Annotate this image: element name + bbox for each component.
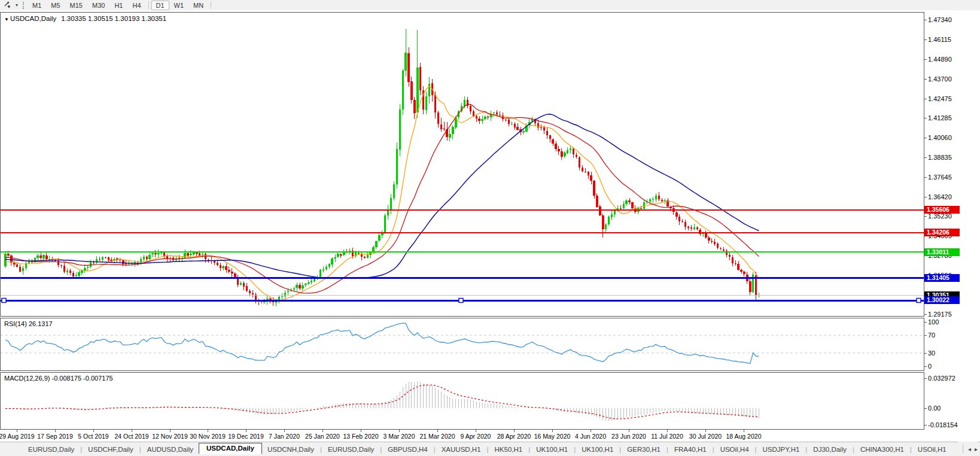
price-axis-label: 1.43700 xyxy=(928,75,952,83)
rsi-canvas[interactable] xyxy=(1,318,924,370)
time-axis-label: 24 Oct 2019 xyxy=(114,433,148,440)
chart-tab-eurusd-daily[interactable]: EURUSD,Daily xyxy=(322,445,379,454)
chart-title: ▼USDCAD,Daily 1.30335 1.30515 1.30193 1.… xyxy=(4,15,166,22)
chart-tab-bar: EURUSD,Daily|USDCHF,Daily|AUDUSD,DailyUS… xyxy=(0,442,980,456)
price-axis-tick xyxy=(924,79,927,80)
tab-scroll-left-icon[interactable]: ◂ xyxy=(968,446,971,452)
price-axis-label: 1.29175 xyxy=(928,311,952,318)
chart-tab-xauusd-h1[interactable]: XAUUSD,H1 xyxy=(436,445,486,454)
time-axis-label: 5 Oct 2019 xyxy=(78,433,108,440)
divider xyxy=(211,1,211,9)
chart-tab-eurusd-daily[interactable]: EURUSD,Daily xyxy=(23,445,80,454)
timeframe-button-d1[interactable]: D1 xyxy=(151,1,169,10)
tab-scroll-right-icon[interactable]: ▸ xyxy=(975,446,978,452)
time-axis-label: 25 Jan 2020 xyxy=(305,433,340,440)
timeframe-button-h4[interactable]: H4 xyxy=(127,1,145,10)
chart-tab-china300-h1[interactable]: CHINA300,H1 xyxy=(855,445,909,454)
chart-tab-usdcnh-daily[interactable]: USDCNH,Daily xyxy=(262,445,319,454)
macd-panel[interactable]: MACD(12,26,9) -0.008175 -0.007175 xyxy=(0,372,924,430)
price-axis-tick xyxy=(924,118,927,118)
chart-tab-usoil-h1[interactable]: USOil,H1 xyxy=(912,445,952,454)
price-axis-label: 1.44890 xyxy=(928,56,952,63)
chevron-down-icon[interactable]: ▾ xyxy=(13,2,20,8)
price-axis-tick xyxy=(924,99,927,99)
macd-scale-tick xyxy=(924,408,927,409)
chart-tab-usdjpy-h1[interactable]: USDJPY,H1 xyxy=(757,445,805,454)
line-handle[interactable] xyxy=(459,299,463,303)
timeframe-button-m1[interactable]: M1 xyxy=(28,1,46,10)
price-badge-1.34206: 1.34206 xyxy=(924,229,960,236)
rsi-scale-tick xyxy=(924,335,927,336)
chart-tab-usoil-h4[interactable]: USOil,H4 xyxy=(715,445,754,454)
price-axis-label: 1.41285 xyxy=(928,114,952,121)
chart-tab-audusd-daily[interactable]: AUDUSD,Daily xyxy=(142,445,199,454)
time-axis[interactable]: 29 Aug 201917 Sep 20195 Oct 201924 Oct 2… xyxy=(0,430,980,442)
time-axis-label: 29 Aug 2019 xyxy=(0,433,34,440)
price-badge-1.30022: 1.30022 xyxy=(924,296,960,304)
timeframe-button-mn[interactable]: MN xyxy=(188,1,208,10)
time-axis-tick xyxy=(437,430,438,432)
timeframe-button-w1[interactable]: W1 xyxy=(169,1,189,10)
ma-line-24 xyxy=(5,104,759,293)
price-axis-tick xyxy=(924,138,927,138)
divider xyxy=(963,445,963,453)
time-axis-tick xyxy=(591,430,591,432)
time-axis-label: 19 Dec 2019 xyxy=(228,433,264,440)
price-axis-tick xyxy=(924,197,927,197)
time-axis-tick xyxy=(322,430,323,432)
rsi-scale-label: 100 xyxy=(928,318,939,326)
chart-tab-ger30-h1[interactable]: GER30,H1 xyxy=(622,445,666,454)
rsi-scale-label: 70 xyxy=(928,332,935,339)
chart-tab-uk100-h1[interactable]: UK100,H1 xyxy=(576,445,619,454)
line-handle[interactable] xyxy=(917,299,921,303)
main-chart-panel[interactable]: ▼USDCAD,Daily 1.30335 1.30515 1.30193 1.… xyxy=(0,12,924,317)
macd-label: MACD(12,26,9) -0.008175 -0.007175 xyxy=(4,375,113,382)
time-axis-label: 23 Jun 2020 xyxy=(611,433,646,440)
price-chart-canvas[interactable] xyxy=(1,13,924,316)
price-badge-1.31405: 1.31405 xyxy=(924,274,960,282)
chart-tab-dj30-daily[interactable]: DJ30,Daily xyxy=(808,445,852,454)
timeframe-button-m5[interactable]: M5 xyxy=(46,1,65,10)
timeframe-button-m30[interactable]: M30 xyxy=(87,1,109,10)
price-axis-label: 1.36420 xyxy=(928,193,952,200)
time-axis-label: 30 Nov 2019 xyxy=(190,433,226,440)
chart-tab-uk100-h1[interactable]: UK100,H1 xyxy=(531,445,573,454)
rsi-panel[interactable]: RSI(14) 26.1317 xyxy=(0,318,924,371)
chart-tab-hk50-h1[interactable]: HK50,H1 xyxy=(489,445,528,454)
chart-tab-usdchf-daily[interactable]: USDCHF,Daily xyxy=(83,445,138,454)
chart-tab-fra40-h1[interactable]: FRA40,H1 xyxy=(669,445,712,454)
macd-canvas[interactable] xyxy=(1,373,924,429)
time-axis-label: 18 Aug 2020 xyxy=(726,433,762,440)
mt4-terminal-window: ▾ M1M5M15M30H1H4D1W1MN ▼USDCAD,Daily 1.3… xyxy=(0,0,980,456)
triangle-down-icon[interactable]: ▼ xyxy=(4,17,9,22)
rsi-scale-label: 0 xyxy=(928,363,932,370)
price-axis-tick xyxy=(924,59,927,60)
timeframe-button-h1[interactable]: H1 xyxy=(109,1,127,10)
time-axis-tick xyxy=(399,430,400,432)
timeframe-button-m15[interactable]: M15 xyxy=(65,1,87,10)
symbol-period-label: USDCAD,Daily xyxy=(10,15,56,22)
macd-histogram xyxy=(5,381,759,421)
cursor-select-icon[interactable] xyxy=(0,1,13,10)
divider xyxy=(148,1,149,9)
ohlc-values: 1.30335 1.30515 1.30193 1.30351 xyxy=(61,15,166,22)
macd-scale-label: 0.032972 xyxy=(928,375,955,382)
rsi-label: RSI(14) 26.1317 xyxy=(4,320,53,327)
price-axis-label: 1.47340 xyxy=(928,16,952,23)
ma-line-10 xyxy=(5,87,759,300)
ma-line-52 xyxy=(5,114,759,278)
chart-tab-gbpusd-h4[interactable]: GBPUSD,H4 xyxy=(382,445,433,454)
time-axis-tick xyxy=(552,430,553,432)
toolbar-grip[interactable] xyxy=(23,2,24,9)
time-axis-label: 9 Apr 2020 xyxy=(461,433,491,440)
time-axis-tick xyxy=(93,430,94,432)
line-handle[interactable] xyxy=(2,299,6,303)
time-axis-label: 12 Nov 2019 xyxy=(152,433,188,440)
price-axis-label: 1.37645 xyxy=(928,174,952,181)
time-axis-tick xyxy=(17,430,17,432)
chart-tab-usdcad-daily[interactable]: USDCAD,Daily xyxy=(199,443,262,454)
macd-signal-line xyxy=(5,385,759,419)
time-axis-tick xyxy=(132,430,132,432)
price-axis-tick xyxy=(924,177,927,178)
time-axis-tick xyxy=(246,430,246,432)
